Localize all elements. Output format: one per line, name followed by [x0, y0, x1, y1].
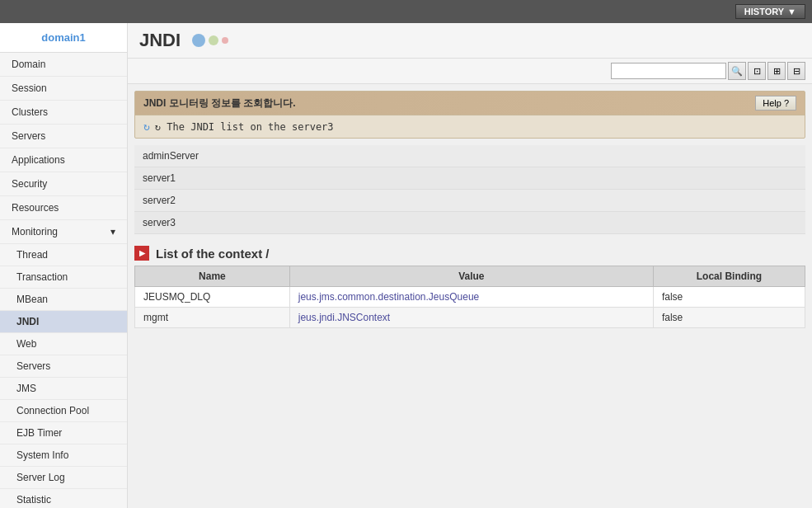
- info-panel-message: JNDI 모니터링 정보를 조회합니다.: [143, 96, 296, 111]
- export1-icon: ⊡: [753, 66, 761, 77]
- context-icon: [134, 246, 149, 261]
- cell-name: JEUSMQ_DLQ: [135, 287, 290, 308]
- refresh-icon[interactable]: ↻: [143, 120, 150, 133]
- search-bar: 🔍 ⊡ ⊞ ⊟: [128, 59, 812, 84]
- sidebar: domain1 Domain Session Clusters Servers …: [0, 23, 128, 508]
- sidebar-item-servers-mon[interactable]: Servers: [0, 355, 127, 378]
- export-button-1[interactable]: ⊡: [748, 62, 766, 80]
- search-button[interactable]: 🔍: [728, 62, 746, 80]
- table-row[interactable]: mgmt jeus.jndi.JNSContext false: [135, 308, 805, 328]
- cell-value: jeus.jms.common.destination.JeusQueue: [289, 287, 653, 308]
- sidebar-item-thread[interactable]: Thread: [0, 244, 127, 266]
- sidebar-item-resources[interactable]: Resources: [0, 196, 127, 220]
- help-icon: ?: [784, 98, 789, 108]
- sidebar-item-session[interactable]: Session: [0, 77, 127, 101]
- history-arrow-icon: ▼: [787, 7, 796, 16]
- context-header: List of the context /: [134, 241, 805, 266]
- history-button[interactable]: HISTORY ▼: [735, 4, 805, 19]
- dot-green: [209, 35, 218, 45]
- table-row[interactable]: JEUSMQ_DLQ jeus.jms.common.destination.J…: [135, 287, 805, 308]
- sidebar-item-security[interactable]: Security: [0, 172, 127, 196]
- sidebar-item-server-log[interactable]: Server Log: [0, 467, 127, 489]
- server-list: adminServer server1 server2 server3: [134, 145, 805, 234]
- server-row-1[interactable]: server1: [134, 167, 805, 190]
- sidebar-item-connection-pool[interactable]: Connection Pool: [0, 400, 127, 422]
- info-panel: JNDI 모니터링 정보를 조회합니다. Help ? ↻ ↻ The JNDI…: [134, 91, 805, 139]
- context-section: List of the context / Name Value Local B…: [134, 241, 805, 328]
- export-button-3[interactable]: ⊟: [787, 62, 805, 80]
- refresh-note: ↻ The JNDI list on the server3: [155, 121, 334, 133]
- cell-local-binding: false: [653, 308, 805, 328]
- help-label: Help: [763, 98, 781, 108]
- dot-red: [222, 37, 228, 44]
- sidebar-item-domain[interactable]: Domain: [0, 53, 127, 77]
- col-header-name: Name: [135, 266, 290, 287]
- content-area: JNDI 🔍 ⊡ ⊞ ⊟ JND: [128, 23, 812, 508]
- sidebar-monitoring-section[interactable]: Monitoring ▾: [0, 220, 127, 244]
- export-button-2[interactable]: ⊞: [767, 62, 786, 80]
- top-bar: HISTORY ▼: [0, 0, 812, 23]
- search-icon: 🔍: [731, 66, 743, 77]
- domain-label[interactable]: domain1: [0, 23, 127, 53]
- sidebar-item-system-info[interactable]: System Info: [0, 444, 127, 467]
- monitoring-arrow-icon: ▾: [110, 226, 115, 238]
- cell-local-binding: false: [653, 287, 805, 308]
- logo-decoration: [192, 34, 228, 47]
- help-button[interactable]: Help ?: [755, 96, 796, 111]
- info-panel-body: ↻ ↻ The JNDI list on the server3: [135, 115, 805, 138]
- cell-name: mgmt: [135, 308, 290, 328]
- export3-icon: ⊟: [793, 66, 800, 77]
- sidebar-item-statistic[interactable]: Statistic: [0, 489, 127, 508]
- context-title: List of the context /: [156, 247, 270, 261]
- history-label: HISTORY: [744, 7, 784, 16]
- sidebar-item-ejb-timer[interactable]: EJB Timer: [0, 422, 127, 444]
- server-row-admin[interactable]: adminServer: [134, 145, 805, 167]
- server-row-3[interactable]: server3: [134, 212, 805, 234]
- main-layout: domain1 Domain Session Clusters Servers …: [0, 23, 812, 508]
- sidebar-item-servers[interactable]: Servers: [0, 125, 127, 148]
- dot-blue: [192, 34, 205, 47]
- sidebar-item-mbean[interactable]: MBean: [0, 289, 127, 311]
- export2-icon: ⊞: [773, 66, 781, 77]
- server-row-2[interactable]: server2: [134, 190, 805, 212]
- sidebar-item-jndi[interactable]: JNDI: [0, 311, 127, 333]
- sidebar-item-web[interactable]: Web: [0, 333, 127, 355]
- sidebar-item-jms[interactable]: JMS: [0, 378, 127, 400]
- sidebar-item-clusters[interactable]: Clusters: [0, 101, 127, 125]
- sidebar-item-applications[interactable]: Applications: [0, 148, 127, 172]
- context-table: Name Value Local Binding JEUSMQ_DLQ jeus…: [134, 266, 805, 328]
- value-link[interactable]: jeus.jms.common.destination.JeusQueue: [298, 291, 479, 303]
- page-title: JNDI: [139, 30, 181, 51]
- cell-value: jeus.jndi.JNSContext: [289, 308, 653, 328]
- info-panel-header: JNDI 모니터링 정보를 조회합니다. Help ?: [135, 92, 805, 115]
- col-header-local-binding: Local Binding: [653, 266, 805, 287]
- monitoring-label: Monitoring: [12, 226, 58, 238]
- col-header-value: Value: [289, 266, 653, 287]
- value-link[interactable]: jeus.jndi.JNSContext: [298, 312, 390, 323]
- sidebar-item-transaction[interactable]: Transaction: [0, 266, 127, 289]
- search-input[interactable]: [611, 63, 726, 79]
- content-header: JNDI: [128, 23, 812, 59]
